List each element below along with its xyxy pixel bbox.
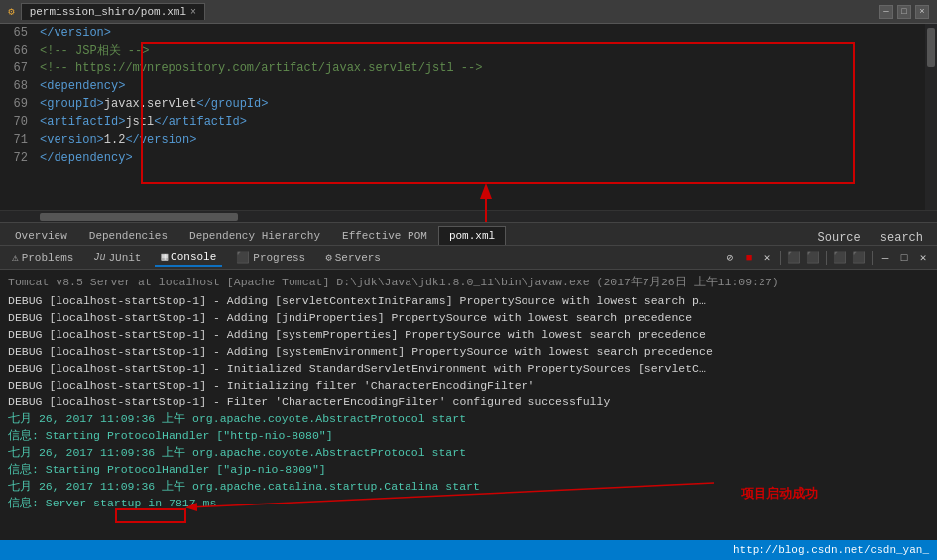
console-view-menu-button[interactable]: ⬛	[851, 250, 867, 266]
line-number: 68	[4, 77, 28, 95]
tab-overview-label: Overview	[15, 230, 67, 242]
window-controls: — □ ×	[879, 5, 929, 19]
junit-label: JUnit	[108, 252, 141, 264]
status-bar: http://blog.csdn.net/csdn_yan_	[0, 540, 937, 560]
console-line: 信息: Server startup in 7817 ms	[8, 495, 929, 511]
console-line: DEBUG [localhost-startStop-1] - Initiali…	[8, 360, 929, 377]
code-line: <!-- JSP相关 -->	[40, 42, 917, 59]
tab-label: permission_shiro/pom.xml	[30, 6, 186, 18]
code-line: </dependency>	[40, 149, 917, 167]
console-line: 七月 26, 2017 11:09:36 上午 org.apache.coyot…	[8, 410, 929, 427]
problems-label: Problems	[22, 252, 74, 264]
console-toolbar: ⚠ Problems Ju JUnit ▦ Console ⬛ Progress…	[0, 246, 937, 270]
status-bar-text: http://blog.csdn.net/csdn_yan_	[733, 544, 929, 556]
editor-tab[interactable]: permission_shiro/pom.xml ×	[21, 3, 205, 20]
tab-pom-xml-label: pom.xml	[449, 230, 495, 242]
h-scrollbar-thumb[interactable]	[40, 213, 238, 221]
minimize-button[interactable]: —	[879, 5, 893, 19]
console-tab-console[interactable]: ▦ Console	[155, 248, 222, 267]
title-bar: ⚙ permission_shiro/pom.xml × — □ ×	[0, 0, 937, 24]
editor-area: 6566676869707172 </version> <!-- JSP相关 -…	[0, 24, 937, 222]
console-toolbar-sep3	[872, 251, 873, 265]
maximize-button[interactable]: □	[897, 5, 911, 19]
progress-icon: ⬛	[236, 251, 250, 264]
servers-icon: ⚙	[325, 251, 332, 264]
line-numbers-gutter: 6566676869707172	[0, 24, 36, 210]
tab-pom-xml[interactable]: pom.xml	[438, 226, 506, 245]
console-line: DEBUG [localhost-startStop-1] - Initiali…	[8, 377, 929, 393]
line-number: 72	[4, 149, 28, 167]
console-line: DEBUG [localhost-startStop-1] - Adding […	[8, 343, 929, 360]
console-line: 七月 26, 2017 11:09:36 上午 org.apache.catal…	[8, 478, 929, 495]
code-line: <artifactId>jstl</artifactId>	[40, 113, 917, 131]
console-header-line: Tomcat v8.5 Server at localhost [Apache …	[8, 274, 929, 290]
tab-effective-pom[interactable]: Effective POM	[331, 226, 438, 245]
tab-dependencies[interactable]: Dependencies	[78, 226, 178, 245]
code-content-area[interactable]: </version> <!-- JSP相关 --> <!-- https://m…	[36, 24, 937, 210]
tab-effective-pom-label: Effective POM	[342, 230, 427, 242]
console-toolbar-icons: ⊘ ■ ✕ ⬛ ⬛ ⬛ ⬛ — □ ✕	[722, 250, 931, 266]
code-line: <!-- https://mvnrepository.com/artifact/…	[40, 59, 917, 77]
console-stop-button[interactable]: ■	[741, 250, 757, 266]
console-clear-button[interactable]: ⊘	[722, 250, 738, 266]
console-tab-servers[interactable]: ⚙ Servers	[319, 249, 387, 266]
console-tab-problems[interactable]: ⚠ Problems	[6, 249, 79, 266]
console-toolbar-sep	[780, 251, 781, 265]
console-tab-junit[interactable]: Ju JUnit	[87, 250, 147, 266]
console-line: 信息: Starting ProtocolHandler ["http-nio-…	[8, 427, 929, 444]
code-line: </version>	[40, 24, 917, 42]
servers-label: Servers	[335, 252, 381, 264]
line-number: 71	[4, 131, 28, 149]
console-maximize-button[interactable]: □	[896, 250, 912, 266]
xml-file-icon: ⚙	[8, 5, 15, 18]
console-line: DEBUG [localhost-startStop-1] - Adding […	[8, 292, 929, 309]
console-close-panel-button[interactable]: ✕	[915, 250, 931, 266]
line-number: 65	[4, 24, 28, 42]
tab-dependency-hierarchy-label: Dependency Hierarchy	[189, 230, 320, 242]
console-minimize-button[interactable]: —	[878, 250, 893, 266]
progress-label: Progress	[253, 252, 305, 264]
console-output[interactable]: Tomcat v8.5 Server at localhost [Apache …	[0, 270, 937, 540]
console-panel: ⚠ Problems Ju JUnit ▦ Console ⬛ Progress…	[0, 246, 937, 540]
console-line: DEBUG [localhost-startStop-1] - Filter '…	[8, 393, 929, 410]
console-line: DEBUG [localhost-startStop-1] - Adding […	[8, 326, 929, 343]
code-line: <groupId>javax.servlet</groupId>	[40, 95, 917, 113]
junit-icon: Ju	[93, 252, 105, 263]
problems-icon: ⚠	[12, 251, 19, 264]
console-icon: ▦	[161, 250, 168, 263]
h-scrollbar[interactable]	[0, 210, 937, 222]
console-scroll-lock-button[interactable]: ⬛	[786, 250, 802, 266]
console-pin-button[interactable]: ⬛	[832, 250, 848, 266]
console-toolbar-sep2	[826, 251, 827, 265]
code-line: <version>1.2</version>	[40, 131, 917, 149]
line-number: 69	[4, 95, 28, 113]
close-window-button[interactable]: ×	[915, 5, 929, 19]
line-number: 70	[4, 113, 28, 131]
close-icon[interactable]: ×	[190, 7, 196, 18]
editor-bottom-tabs: Overview Dependencies Dependency Hierarc…	[0, 222, 937, 246]
tab-dependency-hierarchy[interactable]: Dependency Hierarchy	[178, 226, 331, 245]
tab-overview[interactable]: Overview	[4, 226, 78, 245]
tab-dependencies-label: Dependencies	[89, 230, 168, 242]
console-line: 信息: Starting ProtocolHandler ["ajp-nio-8…	[8, 461, 929, 478]
console-line: DEBUG [localhost-startStop-1] - Adding […	[8, 309, 929, 326]
console-close-button[interactable]: ✕	[760, 250, 775, 266]
code-line: <dependency>	[40, 77, 917, 95]
console-line: 七月 26, 2017 11:09:36 上午 org.apache.coyot…	[8, 444, 929, 461]
line-number: 66	[4, 42, 28, 59]
line-number: 67	[4, 59, 28, 77]
search-label: search	[880, 231, 923, 245]
console-label: Console	[171, 251, 216, 263]
console-tab-progress[interactable]: ⬛ Progress	[230, 249, 311, 266]
source-label: Source	[818, 231, 861, 245]
console-word-wrap-button[interactable]: ⬛	[805, 250, 821, 266]
